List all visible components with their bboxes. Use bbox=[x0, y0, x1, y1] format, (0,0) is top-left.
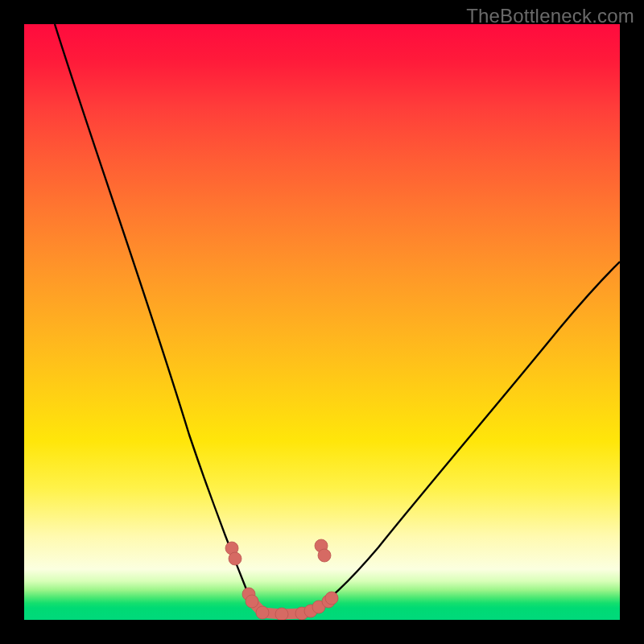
marker-dot bbox=[275, 608, 288, 620]
chart-frame: TheBottleneck.com bbox=[0, 0, 644, 644]
chart-plot-area bbox=[24, 24, 620, 620]
chart-svg bbox=[24, 24, 620, 620]
marker-dot bbox=[229, 552, 242, 565]
marker-dot bbox=[246, 595, 258, 608]
marker-dot bbox=[325, 592, 338, 605]
watermark-text: TheBottleneck.com bbox=[466, 5, 634, 27]
right-curve bbox=[310, 262, 620, 612]
marker-dot bbox=[318, 549, 331, 562]
left-curve bbox=[55, 24, 262, 613]
marker-dot bbox=[256, 606, 269, 619]
